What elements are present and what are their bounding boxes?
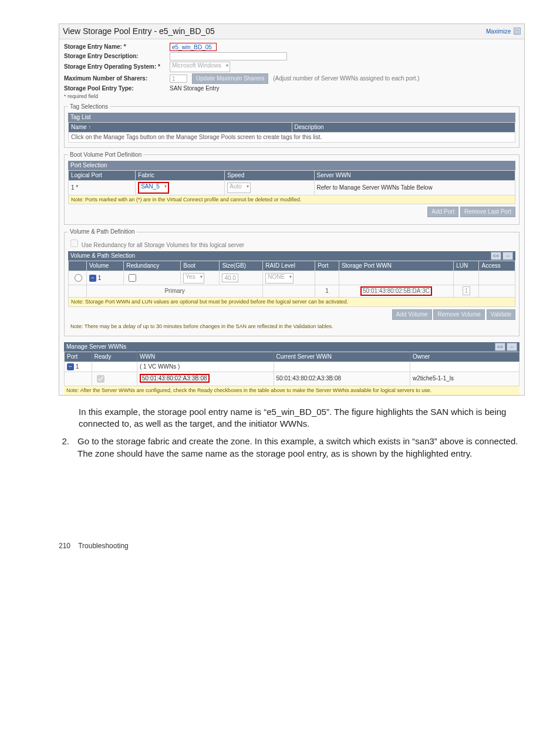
- checkbox-use-redundancy[interactable]: [70, 239, 78, 247]
- cell-port-val: 1: [315, 285, 339, 298]
- col-lun[interactable]: LUN: [454, 261, 479, 271]
- label-entry-desc: Storage Entry Description:: [64, 53, 170, 60]
- select-speed[interactable]: Auto: [227, 183, 251, 193]
- select-fabric[interactable]: SAN_5: [138, 182, 169, 194]
- vol-note-delay: Note: There may be a delay of up to 30 m…: [68, 322, 515, 331]
- screenshot-title: View Storage Pool Entry - e5_win_BD_05: [63, 26, 215, 36]
- col-logical-port[interactable]: Logical Port: [69, 170, 136, 180]
- wwns-config-note: Note: After the Server WWNs are configur…: [64, 386, 519, 395]
- maximize-icon[interactable]: □: [514, 28, 521, 35]
- cell-current-server-wwn: 50:01:43:80:02:A3:3B:08: [274, 372, 410, 386]
- wwns-bar: Manage Server WWNs << −: [64, 342, 519, 352]
- input-max-sharers[interactable]: 1: [170, 75, 187, 83]
- paragraph-example: In this example, the storage pool entry …: [79, 406, 525, 430]
- input-entry-desc[interactable]: [170, 52, 287, 60]
- row-os: Storage Entry Operating System: * Micros…: [64, 62, 519, 72]
- screenshot-titlebar: View Storage Pool Entry - e5_win_BD_05 M…: [59, 24, 524, 39]
- col-tag-desc[interactable]: Description: [292, 122, 515, 132]
- hint-adjust: (Adjust number of Server WWNs assigned t…: [273, 75, 420, 82]
- tag-list-bar: Tag List: [68, 113, 515, 122]
- input-lun[interactable]: 1: [463, 286, 471, 295]
- footer-page-number: 210: [59, 542, 70, 550]
- col-port[interactable]: Port: [315, 261, 339, 271]
- col-access[interactable]: Access: [479, 261, 515, 271]
- wwns-collapse-icon[interactable]: −: [507, 343, 517, 351]
- vol-header-row: Volume Redundancy Boot Size(GB) RAID Lev…: [69, 261, 515, 271]
- boot-header-row: Logical Port Fabric Speed Server WWN: [69, 170, 515, 180]
- col-raid[interactable]: RAID Level: [263, 261, 315, 271]
- collapse-row-icon[interactable]: −: [89, 275, 96, 282]
- checkbox-redundancy[interactable]: [129, 274, 136, 282]
- col-boot[interactable]: Boot: [181, 261, 220, 271]
- legend-volume-path: Volume & Path Definition: [68, 228, 137, 235]
- cell-volume-num: 1: [98, 275, 102, 281]
- screenshot-panel: View Storage Pool Entry - e5_win_BD_05 M…: [59, 23, 525, 396]
- maximize-link[interactable]: Maximize: [486, 28, 511, 35]
- tags-header-row: Name ↑ Description: [69, 122, 515, 132]
- button-update-max-sharers[interactable]: Update Maximum Sharers: [192, 73, 268, 84]
- col-wwn-wwn[interactable]: WWN: [137, 352, 274, 362]
- row-entry-type: Storage Pool Entry Type: SAN Storage Ent…: [64, 85, 519, 92]
- col-volume[interactable]: Volume: [87, 261, 124, 271]
- select-raid[interactable]: NONE: [265, 273, 294, 283]
- checkbox-wwn-ready[interactable]: [97, 375, 104, 383]
- wwns-sub-row: 50:01:43:80:02:A3:3B:08 50:01:43:80:02:A…: [65, 372, 519, 386]
- button-add-port[interactable]: Add Port: [427, 207, 458, 217]
- button-validate[interactable]: Validate: [487, 309, 515, 320]
- expand-left-icon[interactable]: <<: [491, 252, 501, 260]
- label-use-redundancy: Use Redundancy for all Storage Volumes f…: [82, 242, 244, 248]
- legend-boot-volume: Boot Volume Port Definition: [68, 151, 143, 158]
- select-os[interactable]: Microsoft Windows: [170, 62, 230, 72]
- boot-data-row: 1 * SAN_5 Auto Refer to Manage Server WW…: [69, 180, 515, 195]
- volume-path-bar: Volume & Path Selection << −: [68, 251, 515, 261]
- fieldset-boot-volume: Boot Volume Port Definition Port Selecti…: [64, 151, 519, 225]
- document-body: In this example, the storage pool entry …: [59, 406, 525, 460]
- col-sp-wwn[interactable]: Storage Port WWN: [339, 261, 453, 271]
- port-selection-bar: Port Selection: [68, 161, 515, 170]
- button-add-volume[interactable]: Add Volume: [392, 309, 432, 320]
- wwns-expand-icon[interactable]: <<: [495, 343, 505, 351]
- footer-section-title: Troubleshooting: [78, 542, 129, 550]
- legend-tag-selections: Tag Selections: [68, 103, 110, 110]
- label-entry-type: Storage Pool Entry Type:: [64, 85, 170, 92]
- radio-volume-select[interactable]: [75, 274, 82, 282]
- col-wwn-current[interactable]: Current Server WWN: [274, 352, 410, 362]
- fieldset-volume-path: Volume & Path Definition Use Redundancy …: [64, 228, 519, 336]
- wwns-row-collapse-icon[interactable]: −: [67, 363, 74, 370]
- col-wwn-ready[interactable]: Ready: [92, 352, 137, 362]
- select-boot[interactable]: Yes: [183, 273, 204, 283]
- step-2: 2. Go to the storage fabric and create t…: [59, 436, 525, 460]
- col-size[interactable]: Size(GB): [220, 261, 263, 271]
- wwns-data-row: − 1 ( 1 VC WWNs ): [65, 362, 519, 372]
- input-sp-wwn[interactable]: 50:01:43:80:02:5B:DA:3C: [360, 286, 432, 296]
- cell-vc-wwns: ( 1 VC WWNs ): [137, 362, 274, 372]
- cell-wwn-owner: w2tiche5-1-1_ls: [410, 372, 519, 386]
- col-speed[interactable]: Speed: [225, 170, 314, 180]
- input-size[interactable]: 40.0: [222, 274, 238, 282]
- cell-logical-port: 1 *: [69, 180, 136, 195]
- col-tag-name[interactable]: Name ↑: [69, 122, 292, 132]
- wwns-header-row: Port Ready WWN Current Server WWN Owner: [65, 352, 519, 362]
- label-max-sharers: Maximum Number of Sharers:: [64, 75, 170, 82]
- cell-wwn-port: 1: [76, 363, 79, 370]
- fieldset-tag-selections: Tag Selections Tag List Name ↑ Descripti…: [64, 103, 519, 148]
- col-wwn-owner[interactable]: Owner: [410, 352, 519, 362]
- row-entry-desc: Storage Entry Description:: [64, 52, 519, 60]
- vol-data-row: − 1 Yes 40.0 NONE: [69, 271, 515, 285]
- button-remove-volume[interactable]: Remove Volume: [433, 309, 484, 320]
- wwns-bar-label: Manage Server WWNs: [66, 343, 126, 350]
- col-server-wwn[interactable]: Server WWN: [314, 170, 515, 180]
- label-entry-name: Storage Entry Name: *: [64, 43, 170, 50]
- input-entry-name[interactable]: e5_win_BD_05: [170, 43, 217, 51]
- row-entry-name: Storage Entry Name: * e5_win_BD_05: [64, 43, 519, 51]
- col-wwn-port[interactable]: Port: [65, 352, 92, 362]
- col-redundancy[interactable]: Redundancy: [124, 261, 181, 271]
- cell-primary-label: Primary: [87, 285, 263, 298]
- collapse-icon[interactable]: −: [502, 252, 513, 260]
- cell-server-wwn-ref: Refer to Manage Server WWNs Table Below: [314, 180, 515, 195]
- col-fabric[interactable]: Fabric: [136, 170, 225, 180]
- button-remove-last-port[interactable]: Remove Last Port: [460, 207, 515, 217]
- required-field-note: * required field: [64, 93, 519, 100]
- vol-note-optional: Note: Storage Port WWN and LUN values ar…: [69, 298, 515, 307]
- vol-primary-row: Primary 1 50:01:43:80:02:5B:DA:3C 1: [69, 285, 515, 298]
